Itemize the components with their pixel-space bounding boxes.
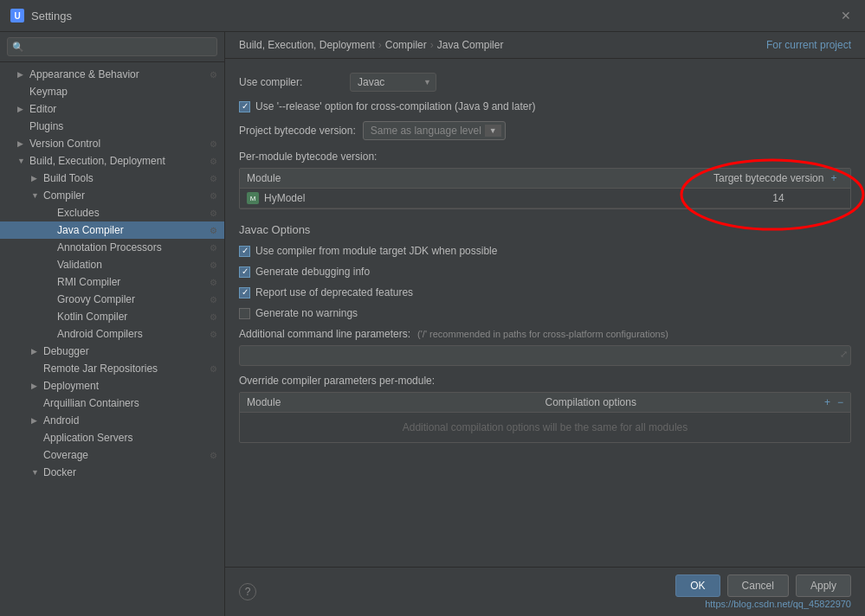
sidebar-item-plugins[interactable]: Plugins bbox=[0, 118, 224, 135]
bottom-bar: ? OK Cancel Apply https://blog.csdn.net/… bbox=[225, 567, 865, 616]
cmd-params-input-wrapper: ⤢ bbox=[239, 342, 851, 366]
release-option-row: Use '--release' option for cross-compila… bbox=[239, 100, 851, 112]
override-add-button[interactable]: + bbox=[824, 396, 830, 408]
javac-cb1[interactable] bbox=[239, 246, 250, 257]
help-button[interactable]: ? bbox=[239, 583, 256, 600]
settings-icon: ⚙ bbox=[210, 312, 217, 322]
sidebar-item-build-execution[interactable]: ▼ Build, Execution, Deployment ⚙ bbox=[0, 152, 224, 170]
expand-arrow: ▶ bbox=[31, 174, 40, 183]
javac-cb2-label: Generate debugging info bbox=[255, 266, 370, 278]
sidebar-item-appearance[interactable]: ▶ Appearance & Behavior ⚙ bbox=[0, 66, 224, 83]
version-col-header: Target bytecode version + bbox=[713, 172, 843, 184]
breadcrumb-part2: Compiler bbox=[385, 39, 427, 51]
javac-cb4[interactable] bbox=[239, 308, 250, 319]
sidebar-item-editor[interactable]: ▶ Editor bbox=[0, 100, 224, 118]
nav-tree: ▶ Appearance & Behavior ⚙ Keymap ▶ Edito… bbox=[0, 62, 224, 616]
sidebar-item-app-servers[interactable]: Application Servers bbox=[0, 429, 224, 446]
sidebar-item-deployment[interactable]: ▶ Deployment bbox=[0, 377, 224, 395]
sidebar-item-remote-jar[interactable]: Remote Jar Repositories ⚙ bbox=[0, 360, 224, 377]
sidebar-item-android[interactable]: ▶ Android bbox=[0, 412, 224, 429]
cmd-params-hint: ('/' recommended in paths for cross-plat… bbox=[417, 329, 668, 339]
module-col-header: Module bbox=[247, 172, 713, 184]
expand-arrow: ▼ bbox=[17, 157, 26, 165]
module-table-header: Module Target bytecode version + bbox=[240, 169, 850, 189]
settings-window: U Settings ✕ 🔍 ▶ Appearance & Behavior ⚙ bbox=[0, 0, 865, 616]
sidebar-item-android-compilers[interactable]: Android Compilers ⚙ bbox=[0, 325, 224, 343]
sidebar-item-annotation[interactable]: Annotation Processors ⚙ bbox=[0, 239, 224, 256]
bottom-right: OK Cancel Apply https://blog.csdn.net/qq… bbox=[675, 574, 851, 609]
breadcrumb-part1: Build, Execution, Deployment bbox=[239, 39, 375, 51]
expand-arrow: ▶ bbox=[17, 70, 26, 79]
module-name-cell: M HyModel bbox=[247, 192, 713, 204]
javac-cb1-row: Use compiler from module target JDK when… bbox=[239, 245, 851, 257]
cmd-params-input[interactable] bbox=[239, 345, 851, 366]
sidebar-item-label: Groovy Compiler bbox=[57, 293, 206, 305]
add-module-button[interactable]: + bbox=[830, 172, 836, 184]
sidebar-item-label: Remote Jar Repositories bbox=[43, 363, 206, 375]
sidebar-item-label: Docker bbox=[43, 466, 217, 478]
sidebar-item-compiler[interactable]: ▼ Compiler ⚙ bbox=[0, 187, 224, 204]
sidebar-item-groovy[interactable]: Groovy Compiler ⚙ bbox=[0, 291, 224, 308]
settings-icon: ⚙ bbox=[210, 226, 217, 235]
module-name: HyModel bbox=[264, 192, 305, 204]
javac-cb3[interactable] bbox=[239, 287, 250, 298]
search-icon: 🔍 bbox=[12, 42, 24, 53]
override-header: Module Compilation options + − bbox=[240, 393, 850, 413]
close-button[interactable]: ✕ bbox=[837, 7, 855, 24]
bytecode-select[interactable]: Same as language level ▼ bbox=[363, 121, 506, 140]
compiler-select[interactable]: Javac bbox=[350, 73, 436, 92]
settings-icon: ⚙ bbox=[210, 174, 217, 183]
sidebar-item-arquillian[interactable]: Arquillian Containers bbox=[0, 395, 224, 412]
module-table: Module Target bytecode version + M HyMod… bbox=[239, 168, 851, 209]
per-module-title: Per-module bytecode version: bbox=[239, 151, 851, 163]
javac-cb2[interactable] bbox=[239, 266, 250, 278]
javac-cb4-row: Generate no warnings bbox=[239, 307, 851, 319]
javac-cb4-label: Generate no warnings bbox=[255, 307, 358, 319]
sidebar-item-rmi[interactable]: RMI Compiler ⚙ bbox=[0, 273, 224, 291]
search-input[interactable] bbox=[7, 37, 217, 56]
sidebar-item-keymap[interactable]: Keymap bbox=[0, 83, 224, 100]
sidebar-item-label: Validation bbox=[57, 259, 206, 271]
override-table: Module Compilation options + − Additiona… bbox=[239, 392, 851, 443]
expand-arrow: ▼ bbox=[31, 468, 40, 477]
table-row: M HyModel 14 bbox=[240, 189, 850, 209]
for-current-project-link[interactable]: For current project bbox=[766, 39, 851, 51]
release-checkbox[interactable] bbox=[239, 101, 250, 112]
breadcrumb: Build, Execution, Deployment › Compiler … bbox=[239, 39, 503, 51]
sidebar-item-label: Build, Execution, Deployment bbox=[29, 155, 206, 167]
override-empty-text: Additional compilation options will be t… bbox=[240, 413, 850, 442]
release-label: Use '--release' option for cross-compila… bbox=[255, 100, 535, 112]
override-section-title: Override compiler parameters per-module: bbox=[239, 375, 851, 387]
action-buttons: OK Cancel Apply bbox=[675, 574, 851, 597]
ok-button[interactable]: OK bbox=[675, 574, 720, 597]
javac-cb1-label: Use compiler from module target JDK when… bbox=[255, 245, 497, 257]
settings-content: Use compiler: Javac ▼ Use '--release' op… bbox=[225, 59, 865, 567]
settings-icon: ⚙ bbox=[210, 295, 217, 305]
cmd-params-header: Additional command line parameters: ('/'… bbox=[239, 328, 851, 340]
override-minus-button[interactable]: − bbox=[837, 396, 843, 408]
sidebar-item-java-compiler[interactable]: Java Compiler ⚙ bbox=[0, 221, 224, 239]
sidebar-item-build-tools[interactable]: ▶ Build Tools ⚙ bbox=[0, 170, 224, 187]
sidebar-item-label: Version Control bbox=[29, 138, 206, 150]
sidebar-item-label: Appearance & Behavior bbox=[29, 68, 206, 80]
expand-arrow: ▼ bbox=[31, 191, 40, 200]
sidebar-item-label: Annotation Processors bbox=[57, 241, 206, 253]
title-bar-left: U Settings bbox=[10, 9, 72, 22]
sidebar-item-label: Coverage bbox=[43, 449, 206, 461]
sidebar-item-version-control[interactable]: ▶ Version Control ⚙ bbox=[0, 135, 224, 152]
sidebar-item-label: Editor bbox=[29, 103, 217, 115]
expand-arrow: ▶ bbox=[31, 382, 40, 390]
apply-button[interactable]: Apply bbox=[796, 574, 851, 597]
sidebar-item-coverage[interactable]: Coverage ⚙ bbox=[0, 446, 224, 464]
settings-icon: ⚙ bbox=[210, 364, 217, 374]
sidebar-item-docker[interactable]: ▼ Docker bbox=[0, 464, 224, 481]
sidebar-item-excludes[interactable]: Excludes ⚙ bbox=[0, 204, 224, 221]
sidebar-item-label: Excludes bbox=[57, 207, 206, 219]
cancel-button[interactable]: Cancel bbox=[727, 574, 789, 597]
sidebar-item-kotlin[interactable]: Kotlin Compiler ⚙ bbox=[0, 308, 224, 325]
sidebar-item-debugger[interactable]: ▶ Debugger bbox=[0, 343, 224, 360]
sidebar-item-validation[interactable]: Validation ⚙ bbox=[0, 256, 224, 273]
sidebar-item-label: Plugins bbox=[29, 120, 217, 132]
settings-icon: ⚙ bbox=[210, 243, 217, 253]
settings-icon: ⚙ bbox=[210, 157, 217, 166]
